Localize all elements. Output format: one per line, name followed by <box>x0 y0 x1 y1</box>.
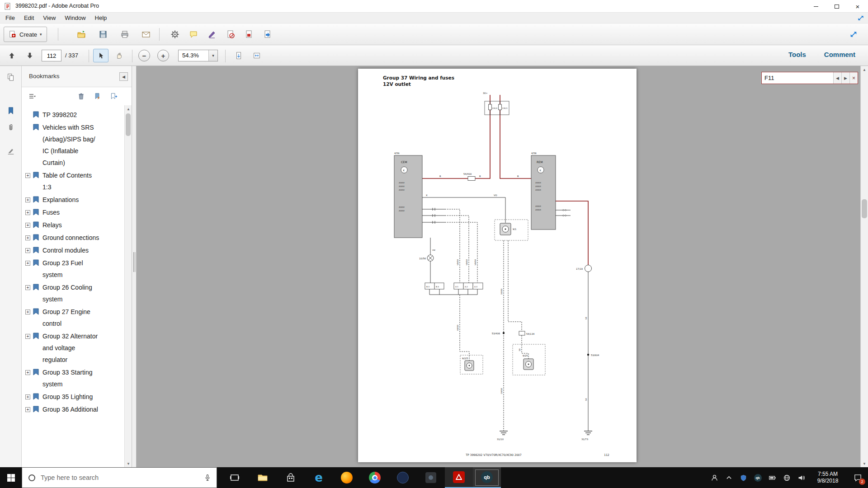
quickbooks-taskbar-button[interactable]: qb <box>473 467 501 488</box>
email-button[interactable] <box>137 27 155 42</box>
taskbar-clock[interactable]: 7:55 AM 9/8/2018 <box>808 467 847 488</box>
comment-tool-button[interactable] <box>184 27 203 42</box>
file-explorer-button[interactable] <box>249 467 277 488</box>
microphone-icon[interactable] <box>204 474 211 481</box>
page-thumbnails-button[interactable] <box>3 70 19 85</box>
expand-plus-icon[interactable]: + <box>25 334 30 339</box>
firefox-button[interactable] <box>333 467 361 488</box>
resize-handle[interactable] <box>133 252 135 272</box>
expand-plus-icon[interactable]: + <box>25 223 30 228</box>
scroll-down-icon[interactable]: ▼ <box>861 460 868 467</box>
page-number-input[interactable] <box>42 50 61 61</box>
pdf-standards-button[interactable] <box>240 27 258 42</box>
print-button[interactable] <box>116 27 134 42</box>
menu-help[interactable]: Help <box>90 13 112 23</box>
quickbooks-tray-button[interactable]: qb <box>750 467 765 488</box>
edge-button[interactable]: e <box>305 467 333 488</box>
find-close-button[interactable]: × <box>849 72 858 84</box>
menu-file[interactable]: File <box>0 13 19 23</box>
bookmark-options-button[interactable] <box>26 90 38 102</box>
expand-plus-icon[interactable]: + <box>25 261 30 266</box>
previous-page-button[interactable] <box>4 49 20 62</box>
customize-toolbar-button[interactable] <box>844 27 863 42</box>
save-button[interactable] <box>94 27 112 42</box>
bookmark-item[interactable]: + Group 23 Fuel system <box>25 257 121 281</box>
restrict-pdf-button[interactable] <box>222 27 240 42</box>
expand-plus-icon[interactable]: + <box>25 285 30 290</box>
scrollbar-thumb[interactable] <box>862 199 867 218</box>
expand-plus-icon[interactable]: + <box>25 310 30 314</box>
zoom-in-button[interactable]: + <box>157 50 169 61</box>
find-previous-button[interactable]: ◀ <box>833 72 841 84</box>
export-pdf-button[interactable] <box>259 27 277 42</box>
fit-width-view-button[interactable] <box>249 49 265 62</box>
comment-pane-button[interactable]: Comment <box>824 51 855 58</box>
scroll-up-icon[interactable]: ▲ <box>861 66 868 73</box>
volume-tray-button[interactable] <box>794 467 808 488</box>
expand-plus-icon[interactable]: + <box>25 210 30 215</box>
network-tray-button[interactable] <box>779 467 794 488</box>
delete-bookmark-button[interactable] <box>75 90 87 102</box>
action-center-button[interactable]: 2 <box>847 467 868 488</box>
collapse-panel-button[interactable]: ◀ <box>119 72 128 81</box>
start-button[interactable] <box>0 467 22 488</box>
bookmark-item[interactable]: + Fuses <box>25 206 121 218</box>
bookmark-item[interactable]: + Control modules <box>25 244 121 256</box>
chrome-button[interactable] <box>361 467 389 488</box>
find-bar[interactable]: F11 ◀ ▶ × <box>761 72 858 84</box>
chevron-down-icon[interactable]: ▾ <box>208 50 217 61</box>
menu-window[interactable]: Window <box>60 13 90 23</box>
document-scrollbar[interactable]: ▲ ▼ <box>860 66 868 467</box>
bookmark-item[interactable]: + Relays <box>25 219 121 231</box>
task-view-button[interactable] <box>221 467 249 488</box>
page-scrolling-view-button[interactable] <box>231 49 247 62</box>
acrobat-taskbar-button[interactable] <box>445 467 473 488</box>
bookmark-item[interactable]: + Table of Contents 1:3 <box>25 169 121 193</box>
tools-pane-button[interactable]: Tools <box>788 51 806 58</box>
signatures-panel-button[interactable] <box>3 143 19 159</box>
bookmark-item[interactable]: + Ground connections <box>25 232 121 244</box>
bookmarks-scrollbar[interactable]: ▲ ▼ <box>124 105 132 467</box>
settings-button[interactable] <box>166 27 184 42</box>
next-page-button[interactable] <box>22 49 38 62</box>
zoom-level-select[interactable]: 54.3% ▾ <box>178 50 218 61</box>
hand-tool-button[interactable] <box>111 49 127 62</box>
app-button-1[interactable] <box>389 467 417 488</box>
app-button-2[interactable] <box>417 467 445 488</box>
bookmark-item[interactable]: + Group 33 Starting system <box>25 366 121 390</box>
bookmark-item[interactable]: + Group 26 Cooling system <box>25 282 121 305</box>
store-button[interactable] <box>277 467 305 488</box>
expand-current-bookmark-button[interactable] <box>91 90 103 102</box>
new-bookmark-button[interactable] <box>108 90 119 102</box>
minimize-button[interactable] <box>806 0 826 13</box>
zoom-out-button[interactable]: − <box>138 50 150 61</box>
bookmark-item[interactable]: + TP 3998202 <box>25 109 121 121</box>
find-next-button[interactable]: ▶ <box>841 72 849 84</box>
maximize-button[interactable] <box>826 0 847 13</box>
bookmarks-panel-button[interactable] <box>3 103 19 118</box>
scrollbar-thumb[interactable] <box>126 113 131 136</box>
security-tray-button[interactable] <box>736 467 750 488</box>
bookmark-item[interactable]: + Group 35 Lighting <box>25 391 121 403</box>
battery-tray-button[interactable] <box>765 467 779 488</box>
bookmark-item[interactable]: + Group 36 Additional <box>25 404 121 415</box>
bookmark-item[interactable]: + Explanations <box>25 194 121 206</box>
expand-plus-icon[interactable]: + <box>25 197 30 202</box>
select-tool-button[interactable] <box>93 49 108 62</box>
bookmark-item[interactable]: + Vehicles with SRS (Airbag)/SIPS bag/ I… <box>25 122 121 169</box>
expand-plus-icon[interactable]: + <box>25 394 30 399</box>
people-button[interactable] <box>707 467 722 488</box>
sign-button[interactable] <box>203 27 221 42</box>
taskbar-search[interactable]: Type here to search <box>22 467 217 488</box>
expand-plus-icon[interactable]: + <box>25 248 30 253</box>
bookmark-item[interactable]: + Group 27 Engine control <box>25 306 121 329</box>
expand-plus-icon[interactable]: + <box>25 370 30 375</box>
find-input[interactable]: F11 <box>762 72 833 84</box>
attachments-panel-button[interactable] <box>3 120 19 135</box>
expand-plus-icon[interactable]: + <box>25 173 30 178</box>
bookmark-item[interactable]: + Group 32 Alternator and voltage regula… <box>25 330 121 366</box>
close-button[interactable]: × <box>847 0 868 13</box>
expand-toolbar-icon[interactable] <box>857 14 864 22</box>
document-viewport[interactable]: Group 37 Wiring and fuses 12V outlet 30+… <box>137 66 868 467</box>
hidden-icons-button[interactable] <box>722 467 736 488</box>
